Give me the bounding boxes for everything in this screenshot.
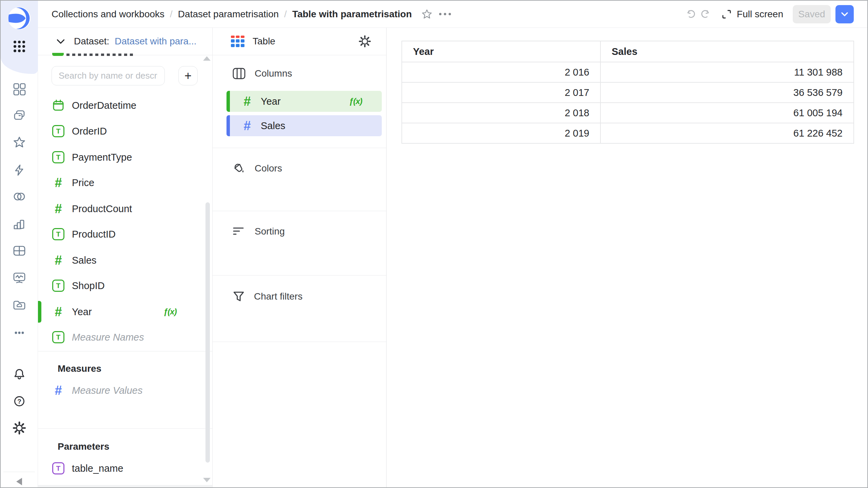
field-row-productid[interactable]: T ProductID (38, 223, 212, 245)
scroll-down-arrow[interactable] (203, 478, 211, 482)
field-label: OrderID (72, 126, 107, 137)
section-colors[interactable]: Colors (232, 162, 282, 175)
column-chip-year[interactable]: # Year ƒ(x) (226, 91, 382, 112)
field-row-measure-names[interactable]: T Measure Names (38, 326, 212, 348)
divider (213, 148, 386, 148)
breadcrumb-workbook[interactable]: Dataset parametrisation (178, 9, 279, 20)
collapse-sidebar-icon[interactable] (16, 478, 22, 485)
number-field-icon: # (52, 306, 64, 318)
section-label: Chart filters (254, 291, 302, 302)
section-columns[interactable]: Columns (232, 67, 292, 80)
field-row-price[interactable]: # Price (38, 172, 212, 194)
column-header-year[interactable]: Year (402, 41, 600, 62)
monitoring-pulse-icon[interactable] (13, 271, 26, 285)
fullscreen-label[interactable]: Full screen (737, 9, 783, 20)
section-label: Columns (255, 68, 292, 79)
field-label: Measure Names (72, 332, 144, 343)
field-label: OrderDatetime (72, 100, 136, 111)
apps-grid-icon[interactable] (14, 41, 25, 52)
field-label: ProductID (72, 229, 116, 240)
field-label: ShopID (72, 280, 105, 291)
breadcrumb-separator: / (284, 9, 287, 20)
field-row-orderid[interactable]: T OrderID (38, 120, 212, 142)
chart-preview-canvas: Year Sales 2 016 11 301 988 2 017 36 536… (387, 28, 867, 487)
settings-gear-icon[interactable] (13, 421, 26, 435)
field-row-table-name[interactable]: T table_name (38, 458, 212, 479)
redo-icon[interactable] (698, 7, 713, 22)
notifications-bell-icon[interactable] (13, 367, 26, 381)
dataset-panel-header: Dataset: Dataset with para... (38, 28, 212, 55)
dashboards-icon[interactable] (13, 82, 26, 96)
datalens-logo-icon[interactable] (8, 7, 31, 29)
cell-year: 2 018 (402, 103, 600, 123)
more-ellipsis-icon[interactable] (13, 326, 26, 340)
cell-sales: 61 226 452 (600, 123, 854, 143)
table-row: 2 019 61 226 452 (402, 123, 854, 143)
fullscreen-expand-icon[interactable] (719, 7, 734, 22)
more-actions-icon[interactable] (439, 13, 451, 15)
favorites-star-icon[interactable] (13, 136, 26, 149)
quick-actions-lightning-icon[interactable] (13, 163, 26, 177)
field-label: table_name (72, 463, 123, 474)
dataset-panel: Dataset: Dataset with para... + OrderDat… (38, 28, 213, 488)
workbooks-icon[interactable] (13, 108, 26, 122)
favorite-star-icon[interactable] (419, 7, 434, 22)
paint-bucket-icon (232, 162, 246, 175)
cell-sales: 11 301 988 (600, 62, 854, 82)
column-chip-sales[interactable]: # Sales (226, 115, 382, 136)
number-field-icon: # (52, 254, 64, 266)
field-row-measure-values[interactable]: # Measure Values (38, 380, 212, 401)
left-nav-rail: ? (1, 1, 38, 487)
divider (38, 428, 212, 429)
field-row-sales[interactable]: # Sales (38, 249, 212, 271)
breadcrumb-collections[interactable]: Collections and workbooks (52, 9, 164, 20)
storage-folder-icon[interactable] (13, 298, 26, 312)
section-label: Sorting (255, 226, 285, 237)
relations-venn-icon[interactable] (13, 190, 26, 203)
field-label: ProductCount (72, 203, 132, 215)
cell-year: 2 019 (402, 123, 600, 143)
section-chart-filters[interactable]: Chart filters (232, 290, 302, 303)
chevron-down-icon (840, 10, 849, 19)
chip-label: Sales (261, 120, 285, 131)
funnel-icon (232, 290, 245, 303)
field-row-paymenttype[interactable]: T PaymentType (38, 146, 212, 168)
number-field-icon: # (52, 384, 64, 396)
breadcrumb-current-chart: Table with parametrisation (292, 9, 412, 20)
undo-icon[interactable] (683, 7, 698, 22)
result-table: Year Sales 2 016 11 301 988 2 017 36 536… (401, 41, 854, 144)
section-sorting[interactable]: Sorting (232, 226, 285, 237)
field-row-year[interactable]: # Year ƒ(x) (38, 301, 212, 323)
scroll-up-arrow[interactable] (203, 56, 211, 61)
dataset-label: Dataset: (74, 36, 109, 47)
formula-icon: ƒ(x) (349, 97, 362, 106)
field-search-input[interactable] (52, 66, 165, 85)
vertical-scrollbar[interactable] (205, 202, 210, 463)
field-row-orderdatetime[interactable]: OrderDatetime (38, 95, 212, 116)
table-header-row: Year Sales (402, 41, 854, 62)
field-label: Sales (72, 255, 97, 266)
date-field-icon (52, 99, 64, 111)
tables-grid-icon[interactable] (13, 244, 26, 258)
save-dropdown-button[interactable] (835, 5, 854, 23)
column-header-sales[interactable]: Sales (600, 41, 854, 62)
horizontal-scrollbar[interactable] (38, 485, 212, 488)
field-row-productcount[interactable]: # ProductCount (38, 198, 212, 220)
chevron-down-icon[interactable] (56, 36, 66, 46)
help-icon[interactable]: ? (13, 394, 26, 408)
clipped-field-item-icon (52, 53, 64, 56)
number-field-icon: # (52, 203, 64, 215)
charts-bar-icon[interactable] (13, 218, 26, 231)
dataset-name-link[interactable]: Dataset with para... (115, 36, 196, 47)
chart-settings-gear-icon[interactable] (358, 35, 371, 48)
svg-text:?: ? (17, 398, 21, 405)
saved-button[interactable]: Saved (793, 5, 831, 23)
add-field-button[interactable]: + (178, 66, 198, 85)
number-field-icon: # (52, 177, 64, 189)
field-row-shopid[interactable]: T ShopID (38, 275, 212, 297)
cell-sales: 61 005 194 (600, 103, 854, 123)
divider (213, 55, 386, 55)
string-field-icon: T (52, 125, 64, 137)
table-row: 2 018 61 005 194 (402, 103, 854, 123)
cell-sales: 36 536 579 (600, 82, 854, 103)
